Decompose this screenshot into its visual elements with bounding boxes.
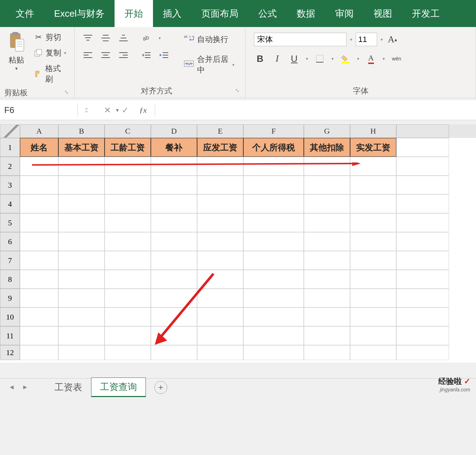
align-right-button[interactable] bbox=[117, 50, 129, 60]
cell[interactable] bbox=[396, 270, 449, 289]
cell[interactable] bbox=[350, 270, 396, 289]
cell[interactable] bbox=[197, 289, 243, 307]
row-header-1[interactable]: 1 bbox=[0, 138, 20, 157]
cell[interactable] bbox=[105, 251, 151, 270]
align-center-button[interactable] bbox=[100, 50, 112, 60]
tab-review[interactable]: 审阅 bbox=[325, 0, 364, 27]
cell-e1[interactable]: 应发工资 bbox=[197, 138, 243, 157]
cell[interactable] bbox=[396, 345, 449, 360]
cell[interactable] bbox=[20, 251, 58, 270]
cell[interactable] bbox=[396, 326, 449, 345]
cell[interactable] bbox=[243, 232, 304, 251]
cell[interactable] bbox=[350, 194, 396, 213]
cell[interactable] bbox=[350, 176, 396, 194]
row-header-4[interactable]: 4 bbox=[0, 194, 20, 213]
cell[interactable] bbox=[151, 289, 197, 307]
decrease-indent-button[interactable] bbox=[140, 50, 152, 60]
cell[interactable] bbox=[396, 307, 449, 326]
cell[interactable] bbox=[151, 345, 197, 360]
clipboard-dialog-launcher[interactable]: ⤡ bbox=[63, 89, 70, 95]
cell[interactable] bbox=[58, 194, 105, 213]
cell-a1[interactable]: 姓名 bbox=[20, 138, 58, 157]
tab-excel-finance[interactable]: Excel与财务 bbox=[44, 0, 115, 27]
row-header-10[interactable]: 10 bbox=[0, 307, 20, 326]
cell[interactable] bbox=[350, 307, 396, 326]
column-header-h[interactable]: H bbox=[350, 124, 396, 138]
copy-dropdown-icon[interactable]: ▼ bbox=[63, 51, 67, 55]
cell[interactable] bbox=[304, 176, 350, 194]
cell[interactable] bbox=[396, 232, 449, 251]
cell[interactable] bbox=[243, 345, 304, 360]
column-header-overflow[interactable] bbox=[396, 124, 449, 138]
cell[interactable] bbox=[197, 345, 243, 360]
cell[interactable] bbox=[243, 270, 304, 289]
column-header-d[interactable]: D bbox=[151, 124, 197, 138]
cell[interactable] bbox=[243, 251, 304, 270]
cell-f2[interactable] bbox=[243, 157, 304, 176]
row-header-12[interactable]: 12 bbox=[0, 345, 20, 360]
alignment-dialog-launcher[interactable]: ⤡ bbox=[234, 87, 241, 93]
merge-center-dropdown-icon[interactable]: ▼ bbox=[232, 63, 235, 67]
cell[interactable] bbox=[396, 176, 449, 194]
cell-i2[interactable] bbox=[396, 157, 449, 176]
cell[interactable] bbox=[58, 345, 105, 360]
row-header-11[interactable]: 11 bbox=[0, 326, 20, 345]
cell[interactable] bbox=[58, 251, 105, 270]
cell[interactable] bbox=[151, 213, 197, 232]
cell-g2[interactable] bbox=[304, 157, 350, 176]
cell[interactable] bbox=[20, 194, 58, 213]
format-painter-button[interactable]: 格式刷 bbox=[31, 62, 70, 86]
cell[interactable] bbox=[105, 289, 151, 307]
cell-d1[interactable]: 餐补 bbox=[151, 138, 197, 157]
cell[interactable] bbox=[350, 251, 396, 270]
row-header-9[interactable]: 9 bbox=[0, 289, 20, 307]
cell[interactable] bbox=[105, 232, 151, 251]
cell[interactable] bbox=[20, 307, 58, 326]
cell[interactable] bbox=[151, 194, 197, 213]
cell[interactable] bbox=[396, 251, 449, 270]
column-header-c[interactable]: C bbox=[105, 124, 151, 138]
cell[interactable] bbox=[151, 326, 197, 345]
orientation-dropdown-icon[interactable]: ▼ bbox=[158, 36, 162, 40]
cell[interactable] bbox=[396, 194, 449, 213]
cell[interactable] bbox=[350, 345, 396, 360]
tab-formulas[interactable]: 公式 bbox=[248, 0, 287, 27]
cell[interactable] bbox=[58, 289, 105, 307]
row-header-5[interactable]: 5 bbox=[0, 213, 20, 232]
cell-b1[interactable]: 基本工资 bbox=[58, 138, 105, 157]
enter-icon[interactable]: ✓ bbox=[116, 103, 134, 117]
cell-c1[interactable]: 工龄工资 bbox=[105, 138, 151, 157]
cell[interactable] bbox=[197, 307, 243, 326]
cell[interactable] bbox=[197, 251, 243, 270]
column-header-g[interactable]: G bbox=[304, 124, 350, 138]
cell[interactable] bbox=[197, 270, 243, 289]
cell[interactable] bbox=[58, 326, 105, 345]
cell[interactable] bbox=[58, 232, 105, 251]
align-bottom-button[interactable] bbox=[117, 33, 129, 43]
cell[interactable] bbox=[304, 232, 350, 251]
cell[interactable] bbox=[396, 289, 449, 307]
sheet-tab-salary-query[interactable]: 工资查询 bbox=[91, 378, 146, 397]
underline-dropdown-icon[interactable]: ▼ bbox=[305, 57, 309, 61]
cell[interactable] bbox=[151, 270, 197, 289]
cell[interactable] bbox=[58, 270, 105, 289]
row-header-8[interactable]: 8 bbox=[0, 270, 20, 289]
fill-color-button[interactable] bbox=[339, 53, 351, 65]
tab-developer[interactable]: 开发工 bbox=[402, 0, 450, 27]
cell[interactable] bbox=[243, 326, 304, 345]
cell-d2[interactable] bbox=[151, 157, 197, 176]
increase-indent-button[interactable] bbox=[158, 50, 170, 60]
cell[interactable] bbox=[197, 213, 243, 232]
sheet-nav-prev-icon[interactable]: ◄ bbox=[9, 384, 15, 391]
cell[interactable] bbox=[105, 176, 151, 194]
name-box[interactable]: ▼ bbox=[0, 103, 75, 117]
cell[interactable] bbox=[350, 289, 396, 307]
font-color-button[interactable]: A bbox=[365, 53, 377, 65]
select-all-button[interactable] bbox=[0, 124, 20, 138]
cell[interactable] bbox=[304, 326, 350, 345]
cell[interactable] bbox=[58, 307, 105, 326]
cell-a2[interactable] bbox=[20, 157, 58, 176]
align-top-button[interactable] bbox=[82, 33, 94, 43]
merge-center-button[interactable]: a 合并后居中 ▼ bbox=[182, 53, 237, 77]
cell[interactable] bbox=[20, 345, 58, 360]
